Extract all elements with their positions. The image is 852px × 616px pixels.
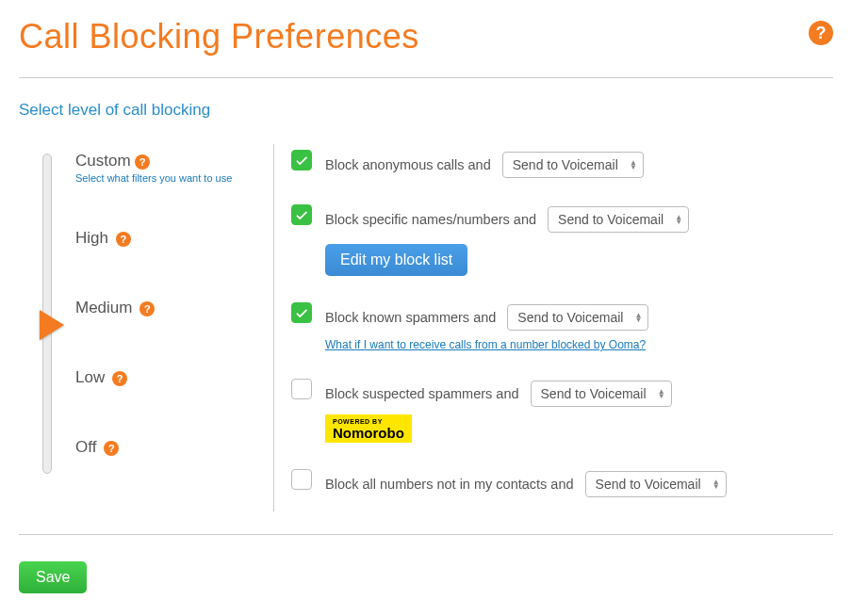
- level-slider-pointer-icon[interactable]: [40, 310, 64, 340]
- select-known-value: Send to Voicemail: [517, 310, 623, 325]
- option-specific-text: Block specific names/numbers and: [325, 212, 536, 227]
- checkmark-icon: [295, 208, 308, 221]
- select-contacts-action[interactable]: Send to Voicemail ▲▼: [585, 471, 727, 497]
- help-icon-high[interactable]: ?: [116, 232, 131, 247]
- save-button[interactable]: Save: [19, 561, 87, 593]
- level-custom-label: Custom: [75, 152, 131, 170]
- select-known-action[interactable]: Send to Voicemail ▲▼: [507, 304, 648, 331]
- vertical-divider: [273, 144, 274, 511]
- help-icon[interactable]: ?: [809, 21, 833, 45]
- nomorobo-badge: POWERED BY Nomorobo: [325, 414, 412, 443]
- help-icon-off[interactable]: ?: [104, 441, 119, 456]
- select-anonymous-value: Send to Voicemail: [513, 157, 618, 172]
- checkbox-contacts-only[interactable]: [291, 469, 312, 490]
- level-off[interactable]: Off ?: [75, 438, 273, 457]
- option-suspected-spammers: Block suspected spammers and Send to Voi…: [291, 381, 833, 443]
- bottom-divider: [19, 534, 833, 535]
- option-contacts-only: Block all numbers not in my contacts and…: [291, 471, 833, 497]
- level-off-label: Off: [75, 438, 96, 457]
- checkbox-anonymous[interactable]: [291, 150, 312, 170]
- select-specific-action[interactable]: Send to Voicemail ▲▼: [548, 206, 689, 233]
- page-title: Call Blocking Preferences: [19, 17, 419, 57]
- nomorobo-name: Nomorobo: [333, 425, 404, 441]
- level-custom[interactable]: Custom ? Select what filters you want to…: [75, 152, 273, 184]
- option-specific: Block specific names/numbers and Send to…: [291, 206, 833, 276]
- level-high-label: High: [75, 229, 108, 248]
- select-anonymous-action[interactable]: Send to Voicemail ▲▼: [502, 152, 644, 178]
- known-spammers-help-link[interactable]: What if I want to receive calls from a n…: [325, 338, 646, 351]
- help-icon-custom[interactable]: ?: [135, 154, 150, 170]
- select-suspected-value: Send to Voicemail: [541, 386, 647, 401]
- checkmark-icon: [295, 154, 308, 167]
- section-label: Select level of call blocking: [19, 101, 833, 120]
- select-arrows-icon: ▲▼: [634, 313, 642, 322]
- title-divider: [19, 77, 833, 78]
- select-arrows-icon: ▲▼: [675, 215, 682, 224]
- select-arrows-icon: ▲▼: [630, 160, 637, 170]
- option-anonymous-text: Block anonymous calls and: [325, 157, 491, 172]
- option-anonymous: Block anonymous calls and Send to Voicem…: [291, 152, 833, 178]
- checkbox-suspected-spammers[interactable]: [291, 379, 312, 399]
- select-arrows-icon: ▲▼: [658, 389, 665, 398]
- help-icon-low[interactable]: ?: [112, 371, 127, 386]
- checkbox-known-spammers[interactable]: [291, 302, 312, 323]
- option-suspected-text: Block suspected spammers and: [325, 386, 519, 401]
- checkbox-specific[interactable]: [291, 204, 312, 225]
- help-icon-medium[interactable]: ?: [139, 301, 155, 316]
- select-specific-value: Send to Voicemail: [558, 212, 664, 227]
- select-contacts-value: Send to Voicemail: [596, 477, 701, 492]
- level-low-label: Low: [75, 368, 105, 387]
- select-suspected-action[interactable]: Send to Voicemail ▲▼: [531, 381, 672, 407]
- option-known-spammers: Block known spammers and Send to Voicema…: [291, 304, 833, 352]
- select-arrows-icon: ▲▼: [713, 479, 720, 489]
- checkmark-icon: [295, 306, 308, 319]
- level-custom-sublabel: Select what filters you want to use: [75, 172, 232, 184]
- option-contacts-text: Block all numbers not in my contacts and: [325, 477, 574, 492]
- level-high[interactable]: High ?: [75, 229, 273, 248]
- nomorobo-powered-by: POWERED BY: [333, 418, 404, 425]
- level-medium[interactable]: Medium ?: [75, 299, 273, 317]
- option-known-text: Block known spammers and: [325, 310, 496, 325]
- level-low[interactable]: Low ?: [75, 368, 273, 387]
- edit-block-list-button[interactable]: Edit my block list: [325, 244, 467, 276]
- level-medium-label: Medium: [75, 299, 132, 317]
